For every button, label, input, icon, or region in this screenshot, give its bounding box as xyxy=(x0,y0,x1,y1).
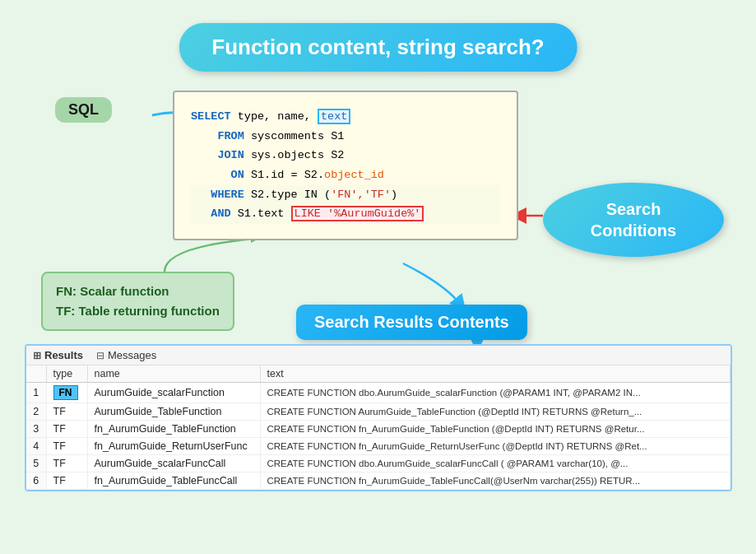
tf-label: TF: Table returning function xyxy=(56,301,220,321)
page-title: Function content, string search? xyxy=(211,35,544,60)
cell-name: AurumGuide_scalarFuncCall xyxy=(87,455,260,473)
results-grid-icon: ⊞ xyxy=(33,350,41,361)
cell-name: AurumGuide_TableFunction xyxy=(87,403,260,421)
code-box: SELECT type, name, text FROM syscomments… xyxy=(173,91,518,240)
sql-type-values: 'FN','TF' xyxy=(331,189,391,201)
row-num: 4 xyxy=(26,438,46,455)
fn-label: FN: Scalar function xyxy=(56,282,220,301)
sql-line-2: FROM syscomments S1 xyxy=(191,127,500,147)
tab-results[interactable]: ⊞ Results xyxy=(33,349,83,361)
sql-where-clause1: S2.type IN ( xyxy=(251,189,331,201)
tab-messages-label: Messages xyxy=(108,349,156,361)
table-row: 6TFfn_AurumGuide_TableFuncCallCREATE FUN… xyxy=(26,473,730,490)
results-container: ⊞ Results ⊟ Messages type name text 1FNA… xyxy=(25,344,732,491)
cell-text: CREATE FUNCTION fn_AurumGuide_TableFuncC… xyxy=(260,473,730,490)
sql-keyword-from: FROM xyxy=(217,130,243,142)
table-row: 2TFAurumGuide_TableFunctionCREATE FUNCTI… xyxy=(26,403,730,421)
cell-name: AurumGuide_scalarFunction xyxy=(87,383,260,403)
cell-type: TF xyxy=(46,455,87,473)
sql-keyword-where: WHERE xyxy=(211,189,244,201)
cell-text: CREATE FUNCTION fn_AurumGuide_TableFunct… xyxy=(260,421,730,438)
sql-select-text: text xyxy=(318,109,350,124)
table-row: 1FNAurumGuide_scalarFunctionCREATE FUNCT… xyxy=(26,383,730,403)
results-tabs: ⊞ Results ⊟ Messages xyxy=(26,346,730,365)
cell-text: CREATE FUNCTION fn_AurumGuide_ReturnUser… xyxy=(260,438,730,455)
row-num: 1 xyxy=(26,383,46,403)
sql-select-cols: type, name, xyxy=(238,110,311,123)
tab-results-label: Results xyxy=(44,349,83,361)
messages-icon: ⊟ xyxy=(96,350,104,361)
sql-join-clause: sys.objects S2 xyxy=(251,149,344,161)
sql-on-clause1: S1.id = S2. xyxy=(251,169,324,181)
sql-line-1: SELECT type, name, text xyxy=(191,107,500,127)
cell-text: CREATE FUNCTION dbo.AurumGuide_scalarFun… xyxy=(260,383,730,403)
sql-line-4: ON S1.id = S2.object_id xyxy=(191,165,500,185)
sql-line-3: JOIN sys.objects S2 xyxy=(191,146,500,165)
search-results-label: Search Results Contents xyxy=(296,305,527,340)
sql-keyword-on: ON xyxy=(231,169,244,181)
sql-keyword-and: AND xyxy=(211,207,230,220)
sql-and-clause1: S1.text xyxy=(238,207,291,220)
table-row: 5TFAurumGuide_scalarFuncCallCREATE FUNCT… xyxy=(26,455,730,473)
table-row: 4TFfn_AurumGuide_ReturnUserFuncCREATE FU… xyxy=(26,438,730,455)
cell-type: TF xyxy=(46,403,87,421)
row-num: 5 xyxy=(26,455,46,473)
col-header-num xyxy=(26,365,46,383)
sql-line-5: WHERE S2.type IN ('FN','TF') xyxy=(191,185,500,205)
sql-keyword-select: SELECT xyxy=(191,110,231,123)
tab-messages[interactable]: ⊟ Messages xyxy=(96,349,156,361)
sql-from-clause: syscomments S1 xyxy=(251,130,344,142)
col-header-type: type xyxy=(46,365,87,383)
col-header-name: name xyxy=(87,365,260,383)
col-header-text: text xyxy=(260,365,730,383)
search-conditions-text: SearchConditions xyxy=(591,198,676,241)
table-header-row: type name text xyxy=(26,365,730,383)
search-conditions-bubble: SearchConditions xyxy=(543,183,724,257)
cell-text: CREATE FUNCTION dbo.AurumGuide_scalarFun… xyxy=(260,455,730,473)
sql-keyword-join: JOIN xyxy=(217,149,243,161)
sql-label: SQL xyxy=(55,97,112,123)
cell-type: TF xyxy=(46,421,87,438)
table-row: 3TFfn_AurumGuide_TableFunctionCREATE FUN… xyxy=(26,421,730,438)
cell-name: fn_AurumGuide_ReturnUserFunc xyxy=(87,438,260,455)
title-bubble: Function content, string search? xyxy=(179,23,577,72)
fn-badge: FN xyxy=(53,385,78,400)
fn-tf-label: FN: Scalar function TF: Table returning … xyxy=(41,272,234,331)
row-num: 6 xyxy=(26,473,46,490)
sql-line-6: AND S1.text LIKE '%AurumGuide%' xyxy=(191,204,500,224)
row-num: 2 xyxy=(26,403,46,421)
sql-object-id: object_id xyxy=(324,169,384,181)
cell-type: TF xyxy=(46,473,87,490)
cell-type: FN xyxy=(46,383,87,403)
cell-name: fn_AurumGuide_TableFuncCall xyxy=(87,473,260,490)
results-table: type name text 1FNAurumGuide_scalarFunct… xyxy=(26,365,730,490)
cell-text: CREATE FUNCTION AurumGuide_TableFunction… xyxy=(260,403,730,421)
row-num: 3 xyxy=(26,421,46,438)
cell-name: fn_AurumGuide_TableFunction xyxy=(87,421,260,438)
cell-type: TF xyxy=(46,438,87,455)
sql-like-clause: LIKE '%AurumGuide%' xyxy=(291,206,424,221)
